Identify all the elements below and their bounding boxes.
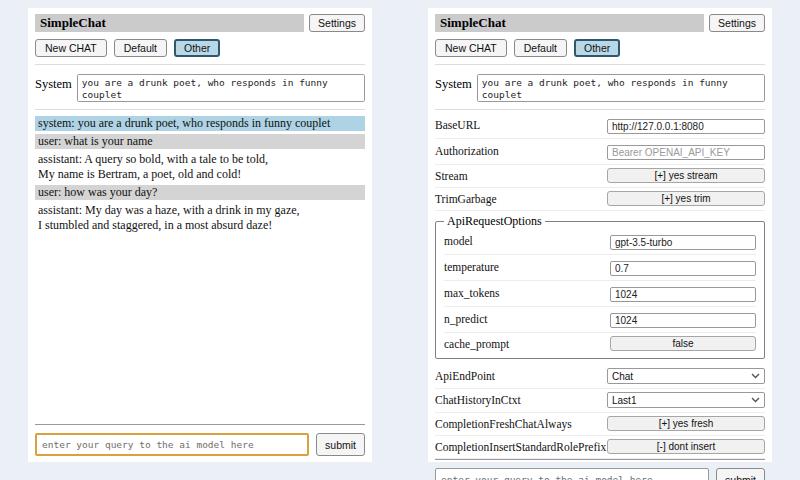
divider bbox=[435, 459, 765, 460]
setting-label: CompletionInsertStandardRolePrefix bbox=[435, 441, 606, 453]
chevron-down-icon bbox=[751, 397, 760, 403]
setting-row-completion-fresh-chat-always: CompletionFreshChatAlways [+] yes fresh bbox=[435, 413, 765, 436]
settings-panel: SimpleChat Settings New CHAT Default Oth… bbox=[428, 8, 772, 462]
setting-row-max-tokens: max_tokens bbox=[444, 281, 756, 307]
setting-row-model: model bbox=[444, 229, 756, 255]
query-input[interactable] bbox=[435, 468, 709, 480]
divider bbox=[35, 109, 365, 110]
app-title: SimpleChat bbox=[35, 14, 304, 32]
setting-label: cache_prompt bbox=[444, 338, 509, 350]
temperature-input[interactable] bbox=[610, 261, 756, 276]
setting-row-baseurl: BaseURL bbox=[435, 113, 765, 139]
divider bbox=[35, 64, 365, 65]
chat-message-system: system: you are a drunk poet, who respon… bbox=[35, 116, 365, 131]
baseurl-input[interactable] bbox=[607, 119, 765, 134]
setting-row-api-endpoint: ApiEndPoint Chat bbox=[435, 365, 765, 389]
setting-row-cache-prompt: cache_prompt false bbox=[444, 333, 756, 355]
chat-message-user: user: what is your name bbox=[35, 134, 365, 149]
chat-message-assistant: assistant: A query so bold, with a tale … bbox=[35, 152, 365, 182]
system-prompt-input[interactable]: you are a drunk poet, who responds in fu… bbox=[477, 74, 765, 102]
chat-message-user: user: how was your day? bbox=[35, 185, 365, 200]
setting-row-authorization: Authorization bbox=[435, 139, 765, 165]
new-chat-button[interactable]: New CHAT bbox=[35, 39, 107, 57]
setting-row-n-predict: n_predict bbox=[444, 307, 756, 333]
api-endpoint-select[interactable]: Chat bbox=[607, 368, 765, 384]
setting-row-trimgarbage: TrimGarbage [+] yes trim bbox=[435, 188, 765, 211]
divider bbox=[435, 64, 765, 65]
app-header: SimpleChat Settings bbox=[435, 14, 765, 32]
api-request-options-group: ApiRequestOptions model temperature max_… bbox=[435, 214, 765, 359]
trimgarbage-toggle-button[interactable]: [+] yes trim bbox=[607, 191, 765, 206]
chevron-down-icon bbox=[751, 373, 760, 379]
model-input[interactable] bbox=[610, 235, 756, 250]
setting-row-completion-insert-standard-role-prefix: CompletionInsertStandardRolePrefix [-] d… bbox=[435, 436, 765, 459]
chat-panel: SimpleChat Settings New CHAT Default Oth… bbox=[28, 8, 372, 462]
session-toolbar: New CHAT Default Other bbox=[435, 39, 765, 57]
app-title: SimpleChat bbox=[435, 14, 704, 32]
setting-label: CompletionFreshChatAlways bbox=[435, 418, 572, 430]
setting-label: BaseURL bbox=[435, 119, 480, 131]
session-toolbar: New CHAT Default Other bbox=[35, 39, 365, 57]
system-prompt-row: System you are a drunk poet, who respond… bbox=[435, 74, 765, 102]
new-chat-button[interactable]: New CHAT bbox=[435, 39, 507, 57]
query-input[interactable] bbox=[35, 433, 309, 456]
session-tab-default[interactable]: Default bbox=[114, 39, 167, 57]
session-tab-other[interactable]: Other bbox=[174, 39, 220, 57]
chat-message-list: system: you are a drunk poet, who respon… bbox=[35, 116, 365, 236]
system-prompt-label: System bbox=[35, 74, 72, 92]
chat-message-assistant: assistant: My day was a haze, with a dri… bbox=[35, 203, 365, 233]
setting-row-stream: Stream [+] yes stream bbox=[435, 165, 765, 188]
setting-label: Stream bbox=[435, 170, 468, 182]
spacer bbox=[35, 236, 365, 424]
max-tokens-input[interactable] bbox=[610, 287, 756, 302]
settings-button[interactable]: Settings bbox=[309, 14, 365, 32]
divider bbox=[35, 424, 365, 425]
cache-prompt-toggle-button[interactable]: false bbox=[610, 336, 756, 351]
chat-history-in-ctxt-select[interactable]: Last1 bbox=[607, 392, 765, 408]
submit-button[interactable]: submit bbox=[316, 433, 365, 456]
setting-label: ApiEndPoint bbox=[435, 370, 495, 382]
setting-row-temperature: temperature bbox=[444, 255, 756, 281]
system-prompt-label: System bbox=[435, 74, 472, 92]
setting-label: temperature bbox=[444, 261, 499, 273]
settings-list: BaseURL Authorization Stream [+] yes str… bbox=[435, 113, 765, 459]
submit-button[interactable]: submit bbox=[716, 468, 765, 480]
query-bar: submit bbox=[35, 433, 365, 456]
api-endpoint-selected-value: Chat bbox=[612, 371, 633, 382]
setting-label: n_predict bbox=[444, 313, 487, 325]
setting-label: model bbox=[444, 235, 473, 247]
api-request-options-legend: ApiRequestOptions bbox=[444, 214, 545, 229]
setting-label: max_tokens bbox=[444, 287, 500, 299]
setting-row-chat-history-in-ctxt: ChatHistoryInCtxt Last1 bbox=[435, 389, 765, 413]
n-predict-input[interactable] bbox=[610, 313, 756, 328]
completion-fresh-toggle-button[interactable]: [+] yes fresh bbox=[607, 416, 765, 431]
system-prompt-input[interactable]: you are a drunk poet, who responds in fu… bbox=[77, 74, 365, 102]
setting-label: Authorization bbox=[435, 145, 499, 157]
session-tab-default[interactable]: Default bbox=[514, 39, 567, 57]
session-tab-other[interactable]: Other bbox=[574, 39, 620, 57]
chat-history-selected-value: Last1 bbox=[612, 395, 636, 406]
app-header: SimpleChat Settings bbox=[35, 14, 365, 32]
setting-label: ChatHistoryInCtxt bbox=[435, 394, 521, 406]
setting-label: TrimGarbage bbox=[435, 193, 497, 205]
authorization-input[interactable] bbox=[607, 145, 765, 160]
stream-toggle-button[interactable]: [+] yes stream bbox=[607, 168, 765, 183]
query-bar: submit bbox=[435, 468, 765, 480]
insert-role-prefix-toggle-button[interactable]: [-] dont insert bbox=[607, 439, 765, 454]
system-prompt-row: System you are a drunk poet, who respond… bbox=[35, 74, 365, 102]
settings-button[interactable]: Settings bbox=[709, 14, 765, 32]
divider bbox=[435, 109, 765, 110]
